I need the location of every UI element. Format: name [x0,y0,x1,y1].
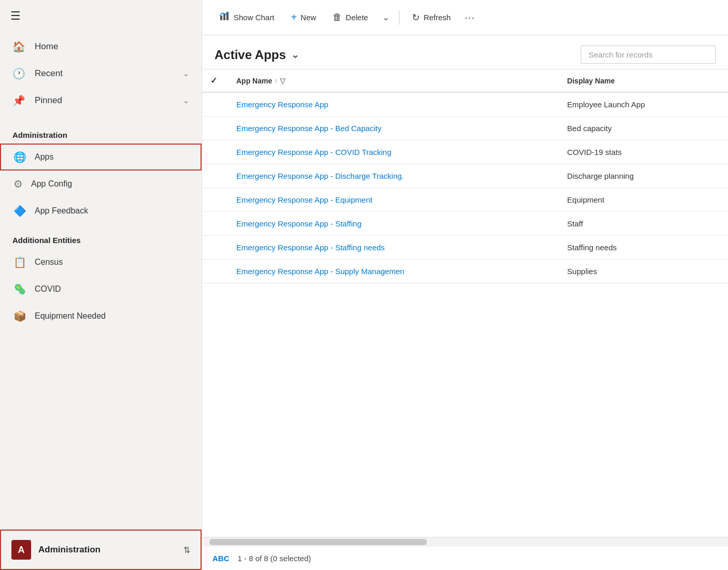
sidebar-item-home[interactable]: 🏠 Home [0,33,202,60]
avatar: A [11,540,31,560]
row-app-name-cell: Emergency Response App - Supply Manageme… [228,260,559,283]
table-row: Emergency Response App - Bed CapacityBed… [202,117,728,140]
svg-rect-0 [220,16,222,20]
title-chevron-icon[interactable]: ⌄ [291,49,299,61]
row-display-name-cell: Employee Launch App [559,92,728,117]
delete-label: Delete [346,13,368,22]
refresh-label: Refresh [423,13,451,22]
sidebar-item-pinned[interactable]: 📌 Pinned ⌄ [0,87,202,114]
table-body: Emergency Response AppEmployee Launch Ap… [202,92,728,283]
row-checkbox-cell[interactable] [202,117,228,140]
app-name-link[interactable]: Emergency Response App - Staffing needs [236,243,385,252]
apps-icon: 🌐 [13,151,26,163]
row-checkbox-cell[interactable] [202,140,228,164]
sidebar-item-app-config[interactable]: ⚙ App Config [0,170,202,197]
search-placeholder: Search for records [589,50,652,59]
recent-icon: 🕐 [12,67,25,80]
new-label: New [301,13,316,22]
app-name-header-label: App Name [236,77,272,85]
row-app-name-cell: Emergency Response App - Bed Capacity [228,117,559,140]
pagination-info: 1 - 8 of 8 (0 selected) [238,554,311,563]
sidebar-item-recent[interactable]: 🕐 Recent ⌄ [0,60,202,87]
table-row: Emergency Response App - Supply Manageme… [202,260,728,283]
table-row: Emergency Response AppEmployee Launch Ap… [202,92,728,117]
dropdown-button[interactable]: ⌄ [377,9,394,26]
hamburger-icon[interactable]: ☰ [10,9,21,23]
row-checkbox-cell[interactable] [202,260,228,283]
show-chart-label: Show Chart [234,13,274,22]
table-row: Emergency Response App - EquipmentEquipm… [202,188,728,212]
row-display-name-cell: Staffing needs [559,236,728,260]
row-checkbox-cell[interactable] [202,188,228,212]
table-container: ✓ App Name ↑ ▽ Display Name Emergency [202,69,728,537]
sidebar-item-equipment-needed[interactable]: 📦 Equipment Needed [0,303,202,330]
sidebar-item-apps-label: Apps [35,152,53,162]
sort-icons: ↑ ▽ [274,77,286,85]
content-header: Active Apps ⌄ Search for records [202,35,728,69]
sidebar-item-app-feedback-label: App Feedback [35,206,88,216]
sidebar-footer: A Administration ⇅ [0,529,202,570]
equipment-needed-icon: 📦 [13,310,26,322]
sidebar-nav: 🏠 Home 🕐 Recent ⌄ 📌 Pinned ⌄ [0,28,202,119]
dropdown-chevron-icon: ⌄ [382,12,389,22]
sidebar-item-app-feedback[interactable]: 🔷 App Feedback [0,197,202,224]
row-checkbox-cell[interactable] [202,92,228,117]
refresh-button[interactable]: ↻ Refresh [405,8,458,27]
footer-app-name: Administration [38,545,183,555]
toolbar-separator [399,10,399,25]
row-app-name-cell: Emergency Response App - Equipment [228,188,559,212]
toolbar: Show Chart + New 🗑 Delete ⌄ ↻ Refresh ⋯ [202,0,728,35]
display-name-column-header[interactable]: Display Name [559,69,728,92]
app-name-link[interactable]: Emergency Response App - Equipment [236,195,373,204]
sidebar-item-covid-label: COVID [35,284,61,294]
row-app-name-cell: Emergency Response App - Staffing [228,212,559,236]
sidebar-item-app-config-label: App Config [31,179,72,189]
app-name-link[interactable]: Emergency Response App - COVID Tracking [236,148,391,156]
sidebar-item-home-label: Home [35,41,58,52]
pagination-bar: ABC 1 - 8 of 8 (0 selected) [202,547,728,570]
delete-button[interactable]: 🗑 Delete [325,8,375,27]
sort-asc-icon: ↑ [274,77,278,85]
sidebar-item-census-label: Census [35,258,63,267]
pinned-icon: 📌 [12,94,25,107]
check-icon: ✓ [210,76,217,85]
row-checkbox-cell[interactable] [202,164,228,188]
row-checkbox-cell[interactable] [202,212,228,236]
more-button[interactable]: ⋯ [460,8,479,27]
table-row: Emergency Response App - Staffing needsS… [202,236,728,260]
table-row: Emergency Response App - Discharge Track… [202,164,728,188]
filter-icon: ▽ [280,77,286,85]
sidebar-item-pinned-label: Pinned [35,95,62,106]
sidebar-item-equipment-needed-label: Equipment Needed [35,311,106,321]
sidebar-item-recent-label: Recent [35,68,63,79]
app-name-link[interactable]: Emergency Response App - Discharge Track… [236,172,404,180]
sidebar-item-census[interactable]: 📋 Census [0,249,202,276]
app-name-link[interactable]: Emergency Response App - Staffing [236,219,362,228]
row-app-name-cell: Emergency Response App - Staffing needs [228,236,559,260]
show-chart-button[interactable]: Show Chart [212,7,281,27]
horizontal-scrollbar[interactable] [209,539,427,545]
table-header-row: ✓ App Name ↑ ▽ Display Name [202,69,728,92]
refresh-icon: ↻ [412,12,420,23]
app-feedback-icon: 🔷 [13,205,26,217]
row-display-name-cell: Equipment [559,188,728,212]
row-display-name-cell: Bed capacity [559,117,728,140]
app-name-link[interactable]: Emergency Response App - Supply Manageme… [236,267,404,276]
footer-app-item[interactable]: A Administration ⇅ [0,530,202,570]
search-input[interactable]: Search for records [581,46,716,64]
scrollbar-area[interactable] [202,537,728,547]
sidebar-item-covid[interactable]: 🦠 COVID [0,276,202,303]
new-button[interactable]: + New [283,7,323,27]
app-name-column-header[interactable]: App Name ↑ ▽ [228,69,559,92]
administration-section-title: Administration [0,119,202,144]
pagination-abc-label[interactable]: ABC [212,554,230,563]
sidebar-item-apps[interactable]: 🌐 Apps [0,144,202,170]
row-checkbox-cell[interactable] [202,236,228,260]
app-name-link[interactable]: Emergency Response App - Bed Capacity [236,124,381,133]
main-content: Show Chart + New 🗑 Delete ⌄ ↻ Refresh ⋯ … [202,0,728,570]
content-title: Active Apps ⌄ [215,48,299,62]
row-app-name-cell: Emergency Response App - Discharge Track… [228,164,559,188]
covid-icon: 🦠 [13,283,26,295]
app-name-link[interactable]: Emergency Response App [236,100,329,109]
check-column-header[interactable]: ✓ [202,69,228,92]
